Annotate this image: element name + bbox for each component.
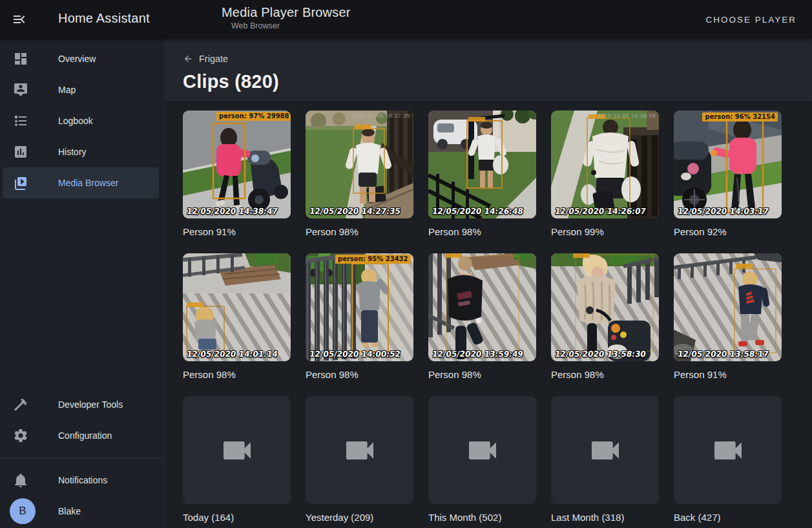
sidebar-item-label: Developer Tools [58,399,123,410]
clip-thumbnail: 12/05/2020 14:01:14 [183,253,291,361]
clip-timestamp: 12/05/2020 14:01:14 [186,349,278,359]
clip-photo [306,253,413,361]
video-icon [464,432,501,469]
folder-card-this-month[interactable]: This Month (502) [428,396,536,528]
sidebar-item-configuration[interactable]: Configuration [3,420,159,451]
clip-card[interactable]: 2020-12-05 16:27:35 12/05/2020 14:27:35 … [306,111,413,253]
app-bar: Home Assistant Media Player Browser Web … [0,0,812,39]
detection-chip: person: 97% 29988 [216,112,291,121]
user-name: Blake [58,506,81,516]
sidebar-item-overview[interactable]: Overview [3,43,159,74]
clip-timestamp: 12/05/2020 14:03:17 [677,206,769,216]
clip-card[interactable]: 12/05/2020 13:58:30 Person 98% [551,253,659,396]
sidebar-item-label: Notifications [58,475,107,485]
folder-thumbnail [551,396,659,504]
clip-photo [428,111,536,218]
folder-thumbnail [428,396,536,504]
clip-thumbnail: 12/05/2020 13:59:49 [428,253,536,361]
sidebar-item-map[interactable]: Map [3,74,159,105]
arrow-left-icon [183,54,193,64]
clip-card[interactable]: person: 96% 32154 12/05/2020 14:03:17 Pe… [674,111,782,253]
folder-label: Today (164) [183,511,291,523]
dashboard-icon [13,51,28,67]
clip-timestamp: 12/05/2020 14:26:48 [432,206,524,216]
sidebar-item-media-browser[interactable]: Media Browser [3,167,159,198]
folder-thumbnail [183,396,291,504]
detection-chip [187,302,203,307]
clip-card[interactable]: 2020-12-05 16:26:08 12/05/2020 14:26:07 … [551,111,659,253]
video-icon [342,432,378,469]
breadcrumb-label: Frigate [199,54,228,64]
menu-open-icon [12,12,27,27]
page-title: Clips (820) [183,71,812,92]
sidebar-item-label: Logbook [58,116,93,126]
sidebar-item-developer-tools[interactable]: Developer Tools [3,389,159,420]
clip-label: Person 98% [183,368,291,381]
clip-label: Person 92% [674,226,782,238]
sidebar-divider [0,458,164,458]
clip-thumbnail: 2020-12-05 16:26:08 12/05/2020 14:26:07 [551,111,659,218]
map-account-icon [13,82,28,98]
page-header-title: Media Player Browser [222,5,351,20]
folder-card-last-month[interactable]: Last Month (318) [551,396,659,528]
sidebar-item-label: Media Browser [58,178,118,188]
clip-thumbnail: person: 97% 29988 12/05/2020 14:38:47 [183,111,291,218]
folder-label: This Month (502) [428,511,536,523]
clip-label: Person 91% [183,226,291,238]
choose-player-button[interactable]: CHOOSE PLAYER [700,0,802,39]
detection-chip [355,125,371,129]
sidebar-item-logbook[interactable]: Logbook [3,105,159,136]
clip-label: Person 98% [428,226,536,238]
app-title: Home Assistant [58,11,150,26]
clip-timestamp: 12/05/2020 13:58:17 [677,349,769,359]
clip-card[interactable]: 12/05/2020 13:58:17 Person 91% [674,253,782,396]
sidebar-item-label: Overview [58,54,96,64]
breadcrumb-back-link[interactable]: Frigate [183,39,228,64]
sidebar: Overview Map Logbook History Media Brows… [0,39,165,528]
menu-toggle-button[interactable] [12,12,27,27]
main-content: Frigate Clips (820) [165,39,812,528]
gear-icon [13,428,28,443]
hammer-icon [13,397,28,412]
video-icon [710,432,746,469]
clip-card[interactable]: 12/05/2020 13:59:49 Person 98% [428,253,536,396]
camera-osd-timestamp: 2020-12-05 16:26:08 [598,112,656,119]
clip-card[interactable]: 12/05/2020 14:26:48 Person 98% [428,111,536,253]
folder-thumbnail [306,396,413,504]
clip-photo [674,111,782,218]
clip-photo [551,111,659,218]
sidebar-item-user[interactable]: B Blake [3,496,159,527]
clip-label: Person 98% [306,368,413,381]
clip-card[interactable]: person: 97% 29988 12/05/2020 14:38:47 Pe… [183,111,291,253]
clip-thumbnail: 2020-12-05 16:27:35 12/05/2020 14:27:35 [306,111,413,218]
clip-thumbnail: 12/05/2020 14:26:48 [428,111,536,218]
page-header-subtitle: Web Browser [231,21,280,30]
clip-photo [551,253,659,361]
folder-label: Last Month (318) [551,511,659,523]
clip-label: Person 98% [428,368,536,381]
folder-card-back[interactable]: Back (427) [674,396,782,528]
clip-thumbnail: 12/05/2020 13:58:30 [551,253,659,361]
clip-label: Person 99% [551,226,659,238]
sidebar-item-label: Configuration [58,430,112,441]
sidebar-item-label: History [58,147,87,157]
folder-card-today[interactable]: Today (164) [183,396,291,528]
clip-timestamp: 12/05/2020 13:58:30 [554,349,647,359]
detection-chip [468,117,485,121]
clip-photo [428,253,536,361]
clip-photo [183,111,291,218]
clip-card[interactable]: person: 95% 23432 12/05/2020 14:00:52 Pe… [306,253,413,396]
media-browser-icon [13,175,28,191]
sidebar-item-label: Map [58,85,76,95]
sidebar-item-history[interactable]: History [3,136,159,167]
clip-timestamp: 12/05/2020 14:27:35 [309,206,401,216]
detection-chip [573,253,590,258]
clip-label: Person 98% [551,368,659,381]
clip-photo [674,253,782,361]
history-chart-icon [13,144,28,160]
sidebar-item-notifications[interactable]: Notifications [3,465,159,496]
folder-card-yesterday[interactable]: Yesterday (209) [306,396,413,528]
detection-chip [445,253,462,258]
clip-card[interactable]: 12/05/2020 14:01:14 Person 98% [183,253,291,396]
clip-timestamp: 12/05/2020 14:38:47 [186,206,278,216]
